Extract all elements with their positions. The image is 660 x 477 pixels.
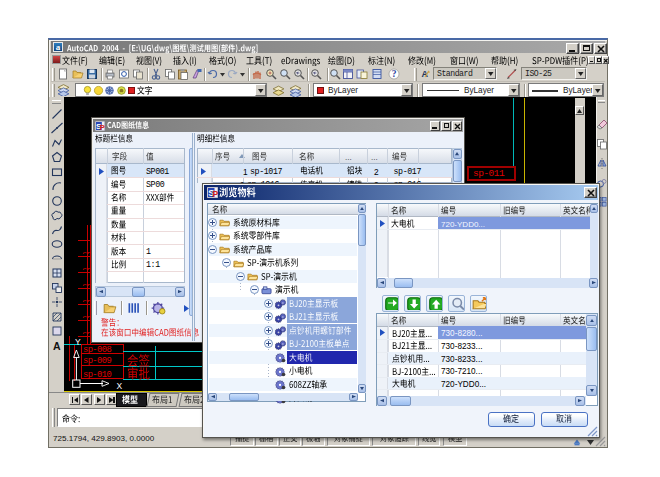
svg-text:P: P [100, 122, 105, 130]
svg-text:A: A [53, 340, 61, 352]
svg-text:?: ? [392, 69, 397, 79]
svg-text:P: P [212, 189, 218, 199]
